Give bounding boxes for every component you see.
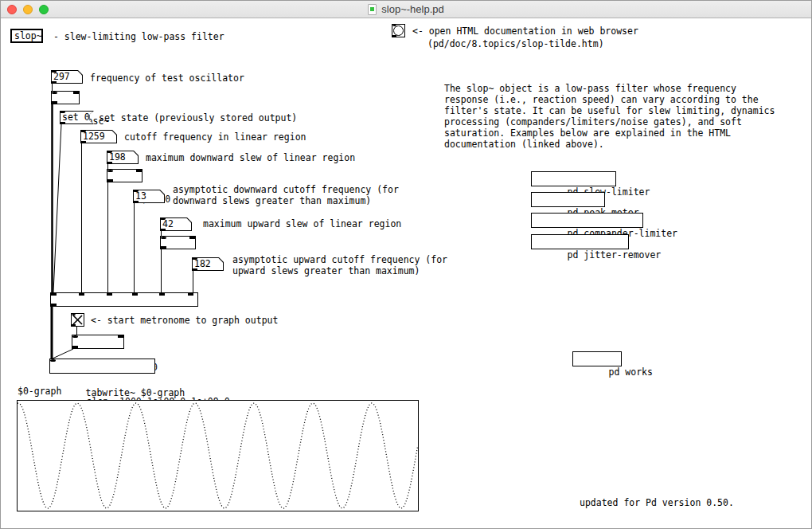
divide-100-object-b[interactable]: / 100 [160, 236, 196, 249]
set-message-box[interactable]: set 0 [60, 111, 94, 124]
subpatch-works[interactable]: pd works [572, 351, 622, 366]
updated-comment: updated for Pd version 0.50. [580, 497, 734, 508]
up-slew-number-box[interactable]: 42 [160, 217, 192, 231]
down-slew-comment: maximum downward slew of linear region [146, 152, 355, 163]
tabwrite-object[interactable]: tabwrite~ $0-graph [49, 359, 155, 374]
patch-canvas[interactable]: slop~ - slew-limiting low-pass filter <-… [1, 18, 811, 528]
up-asym-number-box[interactable]: 182 [192, 257, 224, 271]
cutoff-comment: cutoff frequency in linear region [124, 131, 306, 143]
metro-hint-comment: <- start metronome to graph output [91, 315, 278, 326]
slop-title-object[interactable]: slop~ [10, 29, 43, 43]
number-value: 13 [135, 190, 146, 202]
object-text: pd works [609, 366, 653, 378]
subpatch-peak-meter[interactable]: pd peak-meter [531, 192, 605, 207]
pd-window: slop~-help.pd slop~ - slew-limiting low-… [0, 0, 812, 529]
frequency-comment: frequency of test oscillator [90, 72, 244, 84]
subpatch-slew-limiter[interactable]: pd slew-limiter [531, 171, 616, 186]
zoom-button[interactable] [39, 5, 49, 14]
down-asym-number-box[interactable]: 13 [133, 190, 165, 203]
frequency-number-box[interactable]: 297 [51, 70, 83, 84]
subpatch-compander-limiter[interactable]: pd compander-limiter [531, 213, 643, 228]
metro-object[interactable]: metro 500 [72, 335, 124, 349]
traffic-lights [7, 1, 49, 18]
slop-object[interactable]: slop~ 1000 1e+09 0 1e+09 0 [50, 292, 198, 307]
description-comment: The slop~ object is a low-pass filter wh… [444, 83, 775, 150]
metronome-toggle[interactable] [71, 313, 84, 327]
minimize-button[interactable] [23, 5, 33, 14]
open-docs-bang[interactable] [392, 24, 405, 37]
object-text: pd jitter-remover [568, 249, 662, 261]
close-button[interactable] [7, 5, 17, 14]
docs-path-comment: (pd/doc/8.topics/slop-tilde.htm) [427, 38, 604, 49]
set-state-comment: set state (previously stored output) [99, 112, 297, 123]
graph-label: $0-graph [18, 386, 61, 397]
object-text: slop~ [14, 30, 42, 41]
osc-object[interactable]: osc~ [51, 91, 80, 104]
waveform-plot [18, 401, 418, 511]
subpatch-jitter-remover[interactable]: pd jitter-remover [531, 234, 629, 249]
divide-100-object-a[interactable]: / 100 [107, 169, 142, 182]
cutoff-number-box[interactable]: 1259 [80, 130, 117, 143]
message-text: set 0 [62, 112, 90, 123]
titlebar[interactable]: slop~-help.pd [1, 1, 811, 18]
number-value: 198 [109, 151, 126, 163]
sine-waveform [18, 403, 417, 508]
open-docs-comment: <- open HTML documentation in web browse… [412, 25, 638, 37]
title-comment: - slew-limiting low-pass filter [53, 31, 224, 42]
up-asym-comment: asymptotic upward cutoff frequency (for … [232, 254, 447, 276]
number-value: 297 [53, 71, 70, 82]
down-slew-number-box[interactable]: 198 [107, 151, 139, 164]
number-value: 182 [194, 258, 211, 269]
document-icon [368, 4, 377, 15]
waveform-graph [17, 400, 419, 511]
object-text: tabwrite~ $0-graph [86, 387, 185, 398]
down-asym-comment: asymptotic downward cutoff frequency (fo… [173, 184, 399, 206]
up-slew-comment: maximum upward slew of linear region [203, 218, 401, 229]
number-value: 42 [162, 218, 174, 229]
window-title: slop~-help.pd [381, 3, 443, 15]
number-value: 1259 [83, 131, 105, 142]
